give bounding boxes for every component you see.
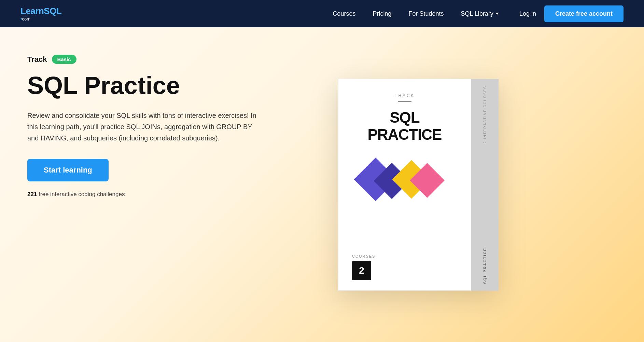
logo-sql: SQL (44, 6, 61, 16)
challenges-text: 221 free interactive coding challenges (27, 191, 307, 198)
navbar: LearnSQL •com Courses Pricing For Studen… (0, 0, 644, 27)
book-3d: TRACK SQL PRACTICE COURSES (338, 79, 499, 291)
spine-top-text: 2 INTERACTIVE COURSES (483, 86, 487, 143)
book-shapes (360, 161, 449, 205)
nav-students[interactable]: For Students (408, 10, 444, 17)
book-spine: 2 INTERACTIVE COURSES SQL PRACTICE (471, 79, 499, 291)
logo-dot: •com (20, 16, 61, 22)
book-courses-label: COURSES (352, 254, 375, 258)
nav-sql-library[interactable]: SQL Library (461, 10, 499, 17)
book-track-label: TRACK (394, 93, 415, 98)
basic-badge: Basic (52, 55, 76, 64)
book-courses-badge: 2 (352, 261, 371, 280)
hero-title: SQL Practice (27, 72, 307, 99)
book-title: SQL PRACTICE (368, 109, 442, 143)
hero-content: Track Basic SQL Practice Review and cons… (0, 27, 307, 342)
book-divider (398, 101, 411, 102)
start-learning-button[interactable]: Start learning (27, 159, 109, 181)
track-word: Track (27, 55, 47, 64)
book-area: TRACK SQL PRACTICE COURSES (307, 27, 540, 342)
login-button[interactable]: Log in (519, 10, 536, 17)
book-courses-section: COURSES 2 (349, 254, 461, 280)
logo-learn: Learn (20, 6, 44, 16)
create-account-button[interactable]: Create free account (544, 5, 624, 22)
nav-pricing[interactable]: Pricing (373, 10, 391, 17)
chevron-down-icon (495, 13, 499, 15)
book-front: TRACK SQL PRACTICE COURSES (338, 79, 471, 291)
track-label-area: Track Basic (27, 55, 307, 64)
nav-links: Courses Pricing For Students SQL Library (333, 10, 499, 17)
hero-section: Track Basic SQL Practice Review and cons… (0, 27, 644, 342)
nav-courses[interactable]: Courses (333, 10, 355, 17)
spine-bottom-text: SQL PRACTICE (483, 248, 487, 284)
hero-description: Review and consolidate your SQL skills w… (27, 110, 260, 144)
logo[interactable]: LearnSQL •com (20, 6, 61, 22)
logo-text: LearnSQL (20, 6, 61, 16)
